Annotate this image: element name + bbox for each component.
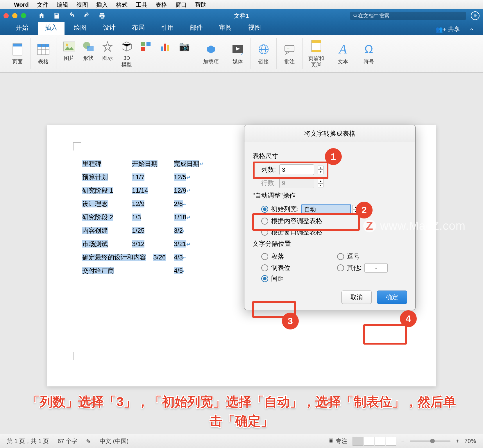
menu-format[interactable]: 格式 <box>116 1 128 9</box>
table-icon <box>36 42 50 56</box>
home-icon[interactable] <box>38 12 45 19</box>
search-input[interactable] <box>358 13 463 19</box>
symbol-icon: Ω <box>362 42 376 56</box>
tab-references[interactable]: 引用 <box>154 20 181 35</box>
comment-icon: + <box>282 42 296 56</box>
cancel-button[interactable]: 取消 <box>341 291 372 304</box>
undo-icon[interactable] <box>68 12 76 19</box>
svg-rect-17 <box>164 44 166 51</box>
page-icon <box>10 42 24 56</box>
ribbon-group-addin[interactable]: 加载项 <box>197 38 225 69</box>
tab-home[interactable]: 开始 <box>9 20 35 35</box>
radio-icon <box>261 264 268 271</box>
titlebar: 文档1 ☺ <box>0 9 483 22</box>
app-name[interactable]: Word <box>14 1 29 8</box>
initial-width-input[interactable] <box>301 204 351 214</box>
zoom-in[interactable]: + <box>456 438 459 445</box>
svg-rect-2 <box>13 44 22 46</box>
save-icon[interactable] <box>53 12 60 19</box>
user-icon[interactable]: ☺ <box>471 11 480 20</box>
maximize-window-button[interactable] <box>21 13 26 18</box>
tab-design[interactable]: 设计 <box>96 20 123 35</box>
text-icon: A <box>336 42 350 56</box>
ribbon-group-media[interactable]: ♪ 媒体 <box>225 38 251 69</box>
chart-icon <box>158 40 172 53</box>
tab-layout[interactable]: 布局 <box>125 20 152 35</box>
view-buttons[interactable] <box>353 437 396 446</box>
close-window-button[interactable] <box>3 13 9 18</box>
menu-edit[interactable]: 编辑 <box>57 1 68 9</box>
ribbon-group-header-footer[interactable]: 页眉和 页脚 <box>303 38 330 69</box>
ribbon-group-text[interactable]: A 文本 <box>330 38 356 69</box>
web-layout-view[interactable] <box>364 437 374 446</box>
callout-3: 3 <box>282 313 299 329</box>
ribbon-group-comment[interactable]: + 批注 <box>277 38 303 69</box>
ribbon-group-link[interactable]: 链接 <box>251 38 277 69</box>
svg-rect-27 <box>312 40 321 43</box>
redo-icon[interactable] <box>83 12 91 19</box>
print-layout-view[interactable] <box>353 437 363 446</box>
ribbon-3d[interactable]: 3D 模型 <box>120 40 134 68</box>
page-label: 页面 <box>12 59 23 65</box>
tab-insert[interactable]: 插入 <box>38 20 65 35</box>
icons-icon <box>101 40 115 53</box>
search-box[interactable] <box>350 12 466 20</box>
radio-paragraph[interactable]: 段落 <box>261 252 331 261</box>
page-info[interactable]: 第 1 页，共 1 页 <box>7 437 49 445</box>
ribbon-chart[interactable] <box>158 40 172 68</box>
mac-menubar: Word 文件 编辑 视图 插入 格式 工具 表格 窗口 帮助 <box>0 0 483 9</box>
word-count[interactable]: 67 个字 <box>58 437 77 445</box>
svg-rect-28 <box>312 50 321 52</box>
spellcheck-icon[interactable]: ✎ <box>86 438 91 445</box>
radio-space[interactable]: 间距 <box>261 274 407 283</box>
radio-initial-width[interactable]: 初始列宽: ▴▾ <box>261 204 407 214</box>
radio-icon <box>261 253 268 260</box>
ribbon-shape[interactable]: 形状 <box>81 40 95 68</box>
menu-window[interactable]: 窗口 <box>175 1 187 9</box>
radio-comma[interactable]: 逗号 <box>337 252 407 261</box>
tab-mail[interactable]: 邮件 <box>183 20 210 35</box>
tab-view[interactable]: 视图 <box>241 20 268 35</box>
ribbon-screenshot[interactable]: 📷 <box>177 40 191 68</box>
menu-view[interactable]: 视图 <box>76 1 88 9</box>
outline-view[interactable] <box>375 437 385 446</box>
ribbon-smartart[interactable] <box>139 40 153 68</box>
media-icon: ♪ <box>231 42 245 56</box>
menu-tools[interactable]: 工具 <box>136 1 147 9</box>
draft-view[interactable] <box>386 437 396 446</box>
zoom-out[interactable]: − <box>401 438 405 445</box>
ribbon-group-table[interactable]: 表格 <box>31 38 56 69</box>
collapse-ribbon-button[interactable]: ⌃ <box>469 27 474 35</box>
shape-icon <box>81 40 95 53</box>
zoom-level[interactable]: 70% <box>464 438 476 445</box>
ok-button[interactable]: 确定 <box>377 291 407 304</box>
menu-insert[interactable]: 插入 <box>96 1 108 9</box>
focus-mode[interactable]: ▣ 专注 <box>328 437 347 445</box>
minimize-window-button[interactable] <box>12 13 17 18</box>
svg-rect-15 <box>141 47 145 51</box>
radio-other[interactable]: 其他: <box>337 263 407 273</box>
margin-corner <box>73 352 81 360</box>
share-button[interactable]: 👥+ 共享 <box>432 24 464 35</box>
menu-table[interactable]: 表格 <box>155 1 167 9</box>
smartart-icon <box>139 40 153 53</box>
document-content[interactable]: 里程碑开始日期完成日期↵ 预算计划11/712/5↵ 研究阶段 111/1412… <box>82 157 212 278</box>
other-separator-input[interactable] <box>364 263 388 273</box>
callout-2: 2 <box>356 202 373 218</box>
radio-tab[interactable]: 制表位 <box>261 263 331 273</box>
ribbon-picture[interactable]: 图片 <box>62 40 76 68</box>
ribbon-icons[interactable]: 图标 <box>101 40 115 68</box>
margin-corner <box>73 142 81 150</box>
tab-review[interactable]: 审阅 <box>212 20 239 35</box>
camera-icon: 📷 <box>177 40 191 53</box>
svg-rect-13 <box>141 42 145 46</box>
menu-file[interactable]: 文件 <box>37 1 49 9</box>
print-icon[interactable] <box>98 12 106 19</box>
ribbon-group-page[interactable]: 页面 <box>5 38 31 69</box>
menu-help[interactable]: 帮助 <box>195 1 207 9</box>
zoom-slider[interactable] <box>410 440 450 442</box>
language[interactable]: 中文 (中国) <box>100 437 128 445</box>
svg-point-0 <box>354 14 356 17</box>
tab-draw[interactable]: 绘图 <box>67 20 94 35</box>
ribbon-group-symbol[interactable]: Ω 符号 <box>356 38 382 69</box>
